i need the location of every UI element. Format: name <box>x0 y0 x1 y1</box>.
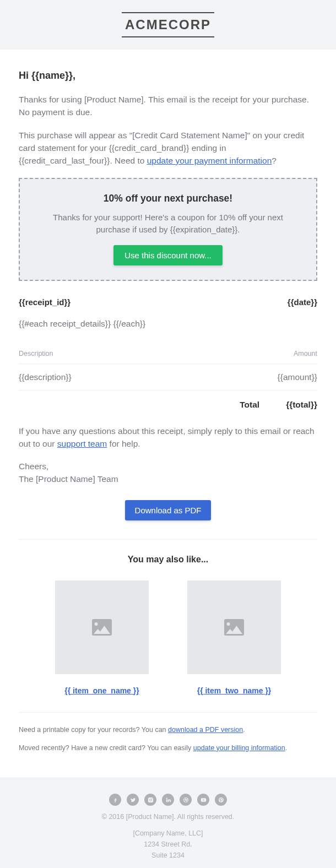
update-billing-link[interactable]: update your billing information <box>193 744 285 752</box>
signoff-cheers: Cheers, <box>19 460 317 473</box>
help-paragraph: If you have any questions about this rec… <box>19 425 317 451</box>
signoff: Cheers, The [Product Name] Team <box>19 460 317 486</box>
col-description: Description <box>19 343 188 364</box>
dribbble-icon[interactable] <box>180 794 192 806</box>
instagram-icon[interactable] <box>144 794 156 806</box>
table-row: {{description}} {{amount}} <box>19 364 317 390</box>
download-pdf-link[interactable]: download a PDF version <box>168 726 243 734</box>
related-items-row: {{ item_one_name }} {{ item_two_name }} <box>19 581 317 697</box>
use-discount-button[interactable]: Use this discount now... <box>113 245 223 265</box>
image-placeholder-icon <box>92 619 112 636</box>
receipt-meta-row: {{receipt_id}} {{date}} <box>19 296 317 309</box>
greeting: Hi {{name}}, <box>19 68 317 83</box>
email-header: ACMECORP <box>0 0 336 50</box>
intro-paragraph-1: Thanks for using [Product Name]. This em… <box>19 93 317 119</box>
youtube-icon[interactable] <box>197 794 209 806</box>
twitter-icon[interactable] <box>127 794 139 806</box>
download-row: Download as PDF <box>19 500 317 520</box>
promo-title: 10% off your next purchase! <box>36 191 300 205</box>
company-info: [Company Name, LLC] 1234 Street Rd. Suit… <box>11 828 325 861</box>
cell-description: {{description}} <box>19 364 188 390</box>
related-link-1[interactable]: {{ item_one_name }} <box>64 686 139 695</box>
email-footer: © 2016 [Product Name]. All rights reserv… <box>0 777 336 868</box>
support-team-link[interactable]: support team <box>57 439 107 448</box>
related-title: You may also like... <box>19 553 317 566</box>
receipt-each-placeholder: {{#each receipt_details}} {{/each}} <box>19 317 317 330</box>
signoff-team: The [Product Name] Team <box>19 473 317 485</box>
related-thumb-1[interactable] <box>55 581 149 674</box>
col-amount: Amount <box>188 343 317 364</box>
company-name: [Company Name, LLC] <box>11 828 325 839</box>
sub-footer: Need a printable copy for your records? … <box>19 712 317 753</box>
divider <box>19 539 317 540</box>
intro2-text-after: ? <box>272 156 277 165</box>
total-value: {{total}} <box>286 398 317 411</box>
total-row: Total {{total}} <box>19 390 317 414</box>
related-item-1: {{ item_one_name }} <box>55 581 149 697</box>
total-label: Total <box>240 398 259 411</box>
copyright: © 2016 [Product Name]. All rights reserv… <box>11 811 325 822</box>
promo-text: Thanks for your support! Here's a coupon… <box>36 211 300 236</box>
receipt-table: Description Amount {{description}} {{amo… <box>19 343 317 390</box>
pinterest-icon[interactable] <box>215 794 227 806</box>
help-text-after: for help. <box>107 439 140 448</box>
cell-amount: {{amount}} <box>188 364 317 390</box>
intro-paragraph-2: This purchase will appear as "[Credit Ca… <box>19 129 317 167</box>
receipt-date: {{date}} <box>288 296 317 309</box>
sub1-before: Need a printable copy for your records? … <box>19 726 168 734</box>
sub1-after: . <box>243 726 245 734</box>
update-payment-link[interactable]: update your payment information <box>147 156 272 165</box>
facebook-icon[interactable] <box>109 794 121 806</box>
company-suite: Suite 1234 <box>11 850 325 861</box>
linkedin-icon[interactable] <box>162 794 174 806</box>
social-row <box>11 794 325 806</box>
download-pdf-button[interactable]: Download as PDF <box>125 500 212 520</box>
related-item-2: {{ item_two_name }} <box>187 581 281 697</box>
sub-line-1: Need a printable copy for your records? … <box>19 725 317 735</box>
logo: ACMECORP <box>122 12 214 37</box>
company-street: 1234 Street Rd. <box>11 839 325 850</box>
discount-promo-box: 10% off your next purchase! Thanks for y… <box>19 178 317 280</box>
sub2-before: Moved recently? Have a new credit card? … <box>19 744 193 752</box>
receipt-id: {{receipt_id}} <box>19 296 71 309</box>
related-link-2[interactable]: {{ item_two_name }} <box>197 686 272 695</box>
sub-line-2: Moved recently? Have a new credit card? … <box>19 743 317 753</box>
image-placeholder-icon <box>224 619 244 636</box>
sub2-after: . <box>285 744 287 752</box>
email-body: Hi {{name}}, Thanks for using [Product N… <box>0 50 336 777</box>
related-thumb-2[interactable] <box>187 581 281 674</box>
